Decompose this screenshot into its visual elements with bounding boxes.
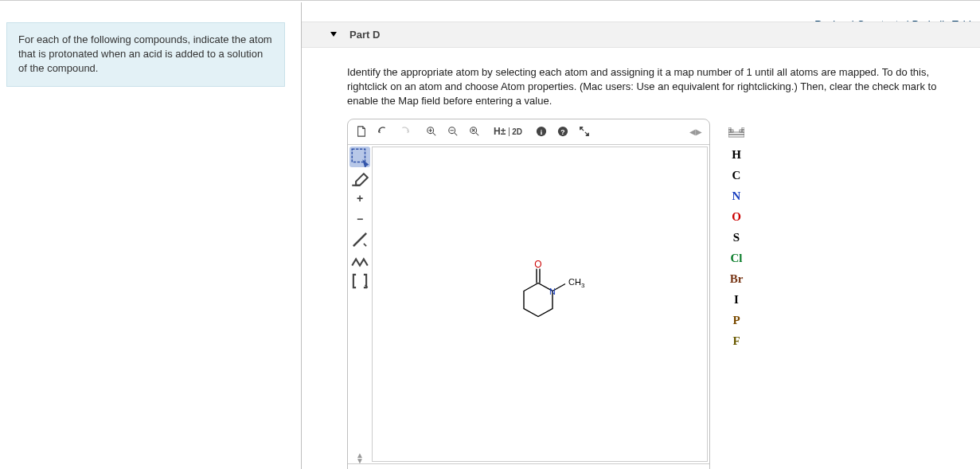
charge-minus-tool[interactable]: −	[349, 209, 370, 229]
svg-text:?: ?	[560, 128, 564, 136]
zoom-reset-icon[interactable]	[464, 121, 485, 142]
2d-toggle[interactable]: 2D	[509, 127, 525, 136]
element-h[interactable]: H	[723, 145, 750, 166]
new-document-icon[interactable]	[351, 121, 372, 142]
part-header[interactable]: Part D	[302, 21, 980, 48]
part-label: Part D	[349, 29, 380, 41]
editor-toolbar-top: H± 2D i ? ◀▶	[348, 119, 709, 145]
info-icon[interactable]: i	[531, 121, 552, 142]
svg-rect-14	[742, 127, 744, 130]
periodic-grid-icon[interactable]	[723, 121, 750, 145]
svg-rect-16	[731, 130, 733, 132]
part-instruction: Identify the appropriate atom by selecti…	[302, 48, 980, 119]
eraser-tool-icon[interactable]	[349, 167, 370, 188]
element-br[interactable]: Br	[723, 269, 750, 290]
structure-editor: H± 2D i ? ◀▶	[347, 119, 710, 469]
molecule-structure: O N CH3	[492, 259, 588, 349]
methyl-group[interactable]: CH3	[568, 276, 585, 288]
charge-plus-tool[interactable]: +	[349, 188, 370, 209]
undo-icon[interactable]	[373, 121, 393, 142]
svg-rect-20	[728, 135, 744, 137]
element-cl[interactable]: Cl	[723, 248, 750, 269]
scroll-left-vert[interactable]: ▲▼	[349, 452, 370, 463]
svg-rect-13	[728, 127, 731, 130]
svg-rect-15	[728, 130, 731, 132]
svg-rect-18	[742, 130, 744, 132]
element-panel: HCNOSClBrIPF	[723, 121, 750, 352]
help-icon[interactable]: ?	[552, 121, 573, 142]
caret-down-icon	[330, 32, 337, 37]
marquee-tool-icon[interactable]	[349, 147, 370, 167]
editor-toolbar-bottom: ▲▼ ◀▶ ▲▼	[348, 463, 709, 469]
fullscreen-icon[interactable]	[574, 121, 595, 142]
element-f[interactable]: F	[723, 331, 750, 352]
oxygen-atom[interactable]: O	[534, 259, 541, 269]
zoom-out-icon[interactable]	[443, 121, 463, 142]
scroll-top-horiz[interactable]: ◀▶	[685, 127, 706, 136]
drawing-canvas[interactable]: O N CH3	[372, 147, 708, 462]
bracket-tool-icon[interactable]	[349, 271, 370, 291]
single-bond-tool-icon[interactable]	[349, 229, 370, 250]
element-p[interactable]: P	[723, 311, 750, 331]
zoom-in-icon[interactable]	[421, 121, 442, 142]
svg-rect-19	[728, 132, 744, 135]
hydrogen-toggle[interactable]: H±	[491, 126, 508, 137]
question-prompt: For each of the following compounds, ind…	[6, 22, 285, 87]
element-i[interactable]: I	[723, 290, 750, 311]
svg-rect-17	[740, 130, 742, 132]
element-n[interactable]: N	[723, 186, 750, 207]
tool-column-left: + − ▲▼	[348, 145, 372, 463]
redo-icon	[394, 121, 415, 142]
element-c[interactable]: C	[723, 166, 750, 186]
element-s[interactable]: S	[723, 228, 750, 248]
nitrogen-atom[interactable]: N	[549, 286, 556, 295]
element-o[interactable]: O	[723, 207, 750, 228]
chain-tool-icon[interactable]	[349, 250, 370, 271]
